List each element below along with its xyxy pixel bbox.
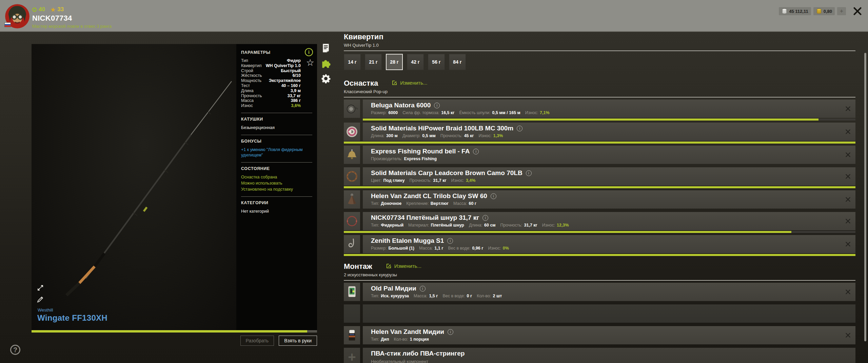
tip-option-21[interactable]: 21 г — [365, 54, 382, 70]
info-icon[interactable]: i — [526, 170, 532, 176]
param-label: Тип — [241, 58, 248, 63]
disassemble-button[interactable]: Разобрать — [240, 336, 274, 346]
section-header: КАТЕГОРИИ — [241, 200, 312, 205]
durability-bar — [344, 142, 855, 144]
silver-amount: 45 112,11 — [789, 9, 808, 14]
info-icon[interactable]: i — [448, 329, 453, 335]
stat-value: 300 м — [386, 133, 398, 138]
notes-tab[interactable] — [320, 43, 331, 54]
stat-value: 0,96 г — [472, 246, 483, 251]
mount-edit-button[interactable]: Изменить... — [386, 263, 421, 269]
remove-item-button[interactable] — [845, 152, 851, 157]
item-body[interactable]: Express Fishing Round bell - FA i Произв… — [363, 146, 855, 164]
info-icon[interactable]: i — [473, 149, 479, 154]
remove-item-button[interactable] — [845, 129, 851, 134]
stat-value: 6000 — [388, 110, 398, 115]
star-outline-icon[interactable]: ☆ — [306, 58, 314, 68]
remove-item-button[interactable] — [845, 106, 851, 111]
param-value: WH QuiverTip 1.0 — [266, 63, 301, 68]
item-body[interactable]: Old Pal Мидии i Тип:Иск. кукурузаМасса:1… — [363, 283, 855, 301]
bonus-line: +1 к умению "Ловля фидерным удилищем" — [241, 147, 305, 158]
info-icon[interactable]: i — [447, 238, 453, 244]
param-label: Строй — [241, 68, 253, 73]
stat-label: Производитель: — [371, 156, 402, 161]
tip-option-84[interactable]: 84 г — [449, 54, 466, 70]
currency-bar: 45 112,11 0,80 + — [779, 7, 864, 16]
rod-actions: Разобрать Взять в руки — [32, 336, 317, 346]
x-icon — [845, 241, 851, 247]
remove-item-button[interactable] — [845, 174, 851, 179]
info-icon[interactable]: i — [420, 286, 426, 292]
x-icon — [845, 289, 851, 295]
help-button[interactable]: ? — [10, 345, 20, 355]
tip-option-14[interactable]: 14 г — [344, 54, 361, 70]
rig-item-line: Solid Materials HiPower Braid 100LB MC 3… — [344, 123, 855, 141]
gold-balance[interactable]: 0,80 — [813, 7, 835, 15]
remove-item-button[interactable] — [845, 197, 851, 202]
remove-item-button[interactable] — [845, 333, 851, 338]
remove-item-button[interactable] — [845, 289, 851, 295]
item-body[interactable]: Zenith Etalon Mugga S1 i Размер:Большой … — [363, 235, 855, 253]
item-name: Beluga Natora 6000 — [371, 102, 431, 109]
section-bonuses: БОНУСЫ +1 к умению "Ловля фидерным удили… — [241, 139, 312, 158]
item-body[interactable]: Helen Van Zandt CL Trilob Clay SW 60 i Т… — [363, 190, 855, 209]
plus-icon[interactable]: + — [344, 348, 360, 363]
hook-icon — [344, 235, 360, 253]
rod-image — [32, 44, 236, 330]
avatar[interactable] — [4, 3, 30, 29]
pencil-icon[interactable] — [36, 295, 44, 303]
stat-label: Износ: — [451, 178, 464, 183]
line-spool-icon — [344, 123, 360, 141]
expand-icon[interactable] — [36, 284, 44, 292]
rig-edit-button[interactable]: Изменить... — [392, 80, 427, 86]
close-button[interactable] — [853, 7, 862, 16]
stat-label: Тип: — [371, 223, 379, 228]
parameters-list: ТипФидер КвивертипWH QuiverTip 1.0 Строй… — [241, 58, 301, 108]
param-value: 386 г — [291, 98, 301, 103]
item-stats: Тип:Иск. кукурузаМасса:1,5 гВес в воде:0… — [371, 294, 840, 298]
stat-value: 45 кг — [464, 133, 474, 138]
stat-value: 31,7 кг — [433, 178, 446, 183]
item-body[interactable]: Solid Materials HiPower Braid 100LB MC 3… — [363, 123, 855, 141]
stat-value: 60 г — [469, 201, 476, 206]
silver-balance[interactable]: 45 112,11 — [779, 7, 811, 15]
info-icon[interactable]: i — [482, 215, 488, 221]
take-in-hands-button[interactable]: Взять в руки — [279, 336, 317, 346]
item-name: Zenith Etalon Mugga S1 — [371, 237, 444, 244]
info-icon[interactable]: i — [305, 48, 313, 56]
remove-item-button[interactable] — [845, 241, 851, 247]
item-body[interactable]: Solid Materials Carp Leadcore Brown Camo… — [363, 167, 855, 186]
stat-label: Крепление: — [406, 201, 429, 206]
durability-bar — [344, 186, 855, 188]
item-body[interactable]: Helen Van Zandt Мидии i Тип:ДипКол-во:1 … — [363, 326, 855, 344]
assembly-tab-active[interactable] — [320, 58, 331, 69]
item-body[interactable]: NICK07734 Плетёный шнур 31,7 кг i Тип:Фи… — [363, 212, 855, 230]
param-value: 40 – 160 г — [281, 83, 301, 88]
empty-slot-body[interactable] — [363, 304, 855, 323]
stat-value: Иск. кукуруза — [381, 294, 409, 298]
add-money-button[interactable]: + — [837, 7, 846, 15]
info-icon[interactable]: i — [491, 193, 496, 199]
sinker-icon — [344, 190, 360, 209]
stat-label: Размер: — [371, 246, 387, 251]
settings-tab[interactable] — [320, 73, 331, 84]
tip-option-28-selected[interactable]: 28 г — [386, 54, 403, 70]
rig-subtitle: Классический Pop-up — [344, 89, 855, 94]
info-icon[interactable]: i — [434, 103, 440, 108]
scrollbar-thumb[interactable] — [864, 53, 866, 341]
param-label: Прочность — [241, 93, 262, 99]
stat-label: Тип: — [371, 337, 379, 342]
item-body[interactable]: Beluga Natora 6000 i Размер:6000Сила фр.… — [363, 100, 855, 118]
rig-item-hook: Zenith Etalon Mugga S1 i Размер:Большой … — [344, 235, 855, 253]
remove-item-button[interactable] — [845, 218, 851, 224]
param-label: Тест — [241, 83, 250, 88]
rod-preview[interactable]: Westhill Wingate FF130XH — [32, 44, 236, 330]
item-stats: Длина:300 мДиаметр:0,5 ммПрочность:45 кг… — [371, 133, 840, 138]
tip-option-56[interactable]: 56 г — [428, 54, 445, 70]
stat-value: 1,1 г — [434, 246, 443, 251]
info-icon[interactable]: i — [517, 126, 522, 131]
tip-option-42[interactable]: 42 г — [407, 54, 424, 70]
item-body[interactable]: ПВА-стик либо ПВА-стрингер Необязательны… — [363, 348, 855, 363]
player-level: 40 — [39, 6, 45, 13]
item-stats: Цвет:Под глинуПрочность:31,7 кгИзнос:3,4… — [371, 178, 840, 183]
